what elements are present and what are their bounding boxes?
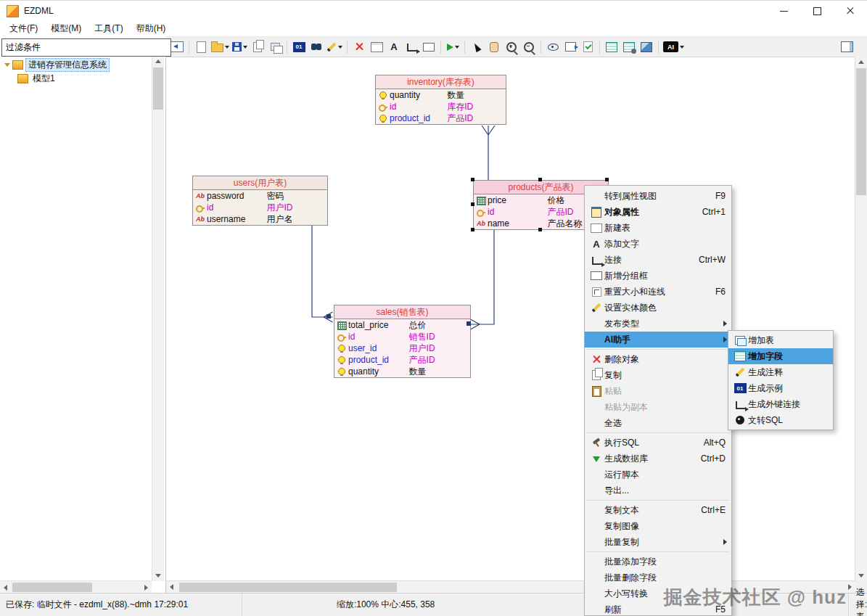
scroll-up-button[interactable] [152,56,164,67]
model-grid-button[interactable] [604,39,620,55]
save-model-button[interactable] [231,39,248,55]
field-row-password[interactable]: Ab password 密码 [193,190,327,202]
new-table-button[interactable] [369,39,385,55]
copy-model-button[interactable] [250,39,266,55]
tree-item-root[interactable]: 进销存管理信息系统 [0,58,165,72]
scroll-right-button[interactable] [141,581,152,594]
menu-item-publish-type[interactable]: 发布类型 [585,316,731,332]
scrollbar-thumb[interactable] [179,583,397,592]
menu-item-copy-image[interactable]: 复制图像 [585,518,731,534]
sidebar-horizontal-scrollbar[interactable] [0,580,152,594]
field-row-username[interactable]: Ab username 用户名 [193,213,327,225]
expander-icon[interactable] [4,63,10,67]
preview-button[interactable] [545,39,561,55]
field-row-quantity[interactable]: quantity 数量 [376,89,506,101]
field-row-product-id[interactable]: product_id 产品ID [334,354,470,366]
menu-model[interactable]: 模型(M) [44,21,88,36]
menu-item-new-table[interactable]: 新建表 [585,220,731,236]
field-row-id[interactable]: id 销售ID [334,331,470,342]
scrollbar-thumb[interactable] [856,68,866,195]
table-title[interactable]: users(用户表) [193,176,327,190]
model-grid-settings-button[interactable] [621,39,637,55]
cascade-windows-button[interactable] [267,39,283,55]
submenu-item-generate-fk-connections[interactable]: 生成外键连接 [728,396,833,412]
menu-item-paste[interactable]: 粘贴 [585,383,731,399]
sidebar-vertical-scrollbar[interactable] [152,56,164,581]
menu-item-add-text[interactable]: A 添加文字 [585,236,731,252]
menu-item-export[interactable]: 导出... [585,482,731,498]
export-model-button[interactable] [562,39,578,55]
menu-item-execute-sql[interactable]: 执行SQL Alt+Q [585,435,731,451]
menu-tools[interactable]: 工具(T) [88,21,129,36]
select-pointer-button[interactable] [469,39,485,55]
menu-item-generate-database[interactable]: 生成数据库 Ctrl+D [585,451,731,467]
scroll-up-button[interactable] [855,57,867,67]
zoom-in-button[interactable] [504,39,519,55]
field-row-id[interactable]: id 用户ID [193,202,327,213]
open-model-button[interactable] [210,39,230,55]
zoom-out-button[interactable] [521,39,537,55]
scrollbar-thumb[interactable] [12,583,92,592]
field-row-user-id[interactable]: user_id 用户ID [334,342,470,354]
menu-item-add-group-box[interactable]: 新增分组框 [585,268,731,284]
run-button[interactable] [445,39,461,55]
previous-diagram-button[interactable] [169,39,185,55]
menu-item-goto-properties-view[interactable]: 转到属性视图 F9 [585,188,731,204]
find-button[interactable] [308,39,324,55]
pan-hand-button[interactable] [486,39,502,55]
submenu-item-add-table[interactable]: 增加表 [728,332,833,348]
menu-item-copy[interactable]: 复制 [585,367,731,383]
menu-item-ai-assistant[interactable]: AI助手 [585,332,731,348]
connection-anchor[interactable] [326,314,331,319]
menu-file[interactable]: 文件(F) [3,21,44,36]
field-row-product-id[interactable]: product_id 产品ID [376,112,506,124]
submenu-item-add-field[interactable]: 增加字段 [728,348,833,364]
connection-anchor[interactable] [467,321,471,326]
submenu-item-generate-samples[interactable]: 01 生成示例 [728,380,833,396]
close-button[interactable] [834,1,867,21]
selection-handle[interactable] [538,228,542,231]
menu-item-batch-add-fields[interactable]: 批量添加字段 [585,554,731,570]
menu-item-run-script[interactable]: 运行脚本 [585,467,731,482]
table-title[interactable]: sales(销售表) [334,305,470,319]
menu-item-reset-size-lines[interactable]: 重置大小和连线 F6 [585,284,731,300]
table-inventory[interactable]: inventory(库存表) quantity 数量 id 库存ID produ… [375,75,506,125]
add-connection-button[interactable] [403,39,419,55]
selection-handle[interactable] [471,202,474,206]
ai-assistant-button[interactable]: AI [662,39,685,55]
diagram-canvas[interactable] [166,57,867,594]
menu-item-batch-copy[interactable]: 批量复制 [585,534,731,550]
table-users[interactable]: users(用户表) Ab password 密码 id 用户ID Ab use… [192,176,328,226]
menu-item-connect[interactable]: 连接 Ctrl+W [585,252,731,268]
binary-data-button[interactable]: 01 [291,39,307,55]
menu-help[interactable]: 帮助(H) [130,21,173,36]
table-sales[interactable]: sales(销售表) total_price 总价 id 销售ID user_i… [334,305,471,378]
scroll-down-button[interactable] [152,570,164,581]
menu-item-object-properties[interactable]: 对象属性 Ctrl+1 [585,204,731,220]
delete-button[interactable] [351,39,367,55]
menu-item-copy-text[interactable]: 复制文本 Ctrl+E [585,502,731,518]
minimize-button[interactable] [767,1,800,21]
tree-item-model1[interactable]: 模型1 [0,72,165,86]
scroll-left-button[interactable] [0,581,11,594]
field-row-id[interactable]: id 库存ID [376,101,506,112]
field-row-total-price[interactable]: total_price 总价 [334,319,470,331]
maximize-button[interactable] [800,1,834,21]
scroll-left-button[interactable] [166,581,177,593]
tree-item-label[interactable]: 模型1 [30,73,57,85]
selection-handle[interactable] [605,178,609,181]
menu-item-batch-delete-fields[interactable]: 批量删除字段 [585,570,731,586]
table-title[interactable]: inventory(库存表) [376,75,506,89]
tree-item-label[interactable]: 进销存管理信息系统 [25,58,110,72]
menu-item-paste-as-copy[interactable]: 粘贴为副本 [585,399,731,415]
field-row-quantity[interactable]: quantity 数量 [334,366,470,377]
menu-item-delete-object[interactable]: 删除对象 [585,351,731,367]
selection-handle[interactable] [471,228,474,231]
menu-item-set-entity-color[interactable]: 设置实体颜色 [585,300,731,316]
add-group-box-button[interactable] [421,39,437,55]
submenu-item-text-to-sql[interactable]: 文转SQL [728,412,833,428]
new-model-button[interactable] [193,39,209,55]
panel-layout-button[interactable] [839,39,855,55]
selection-handle[interactable] [538,178,542,181]
canvas-vertical-scrollbar[interactable] [855,57,867,581]
